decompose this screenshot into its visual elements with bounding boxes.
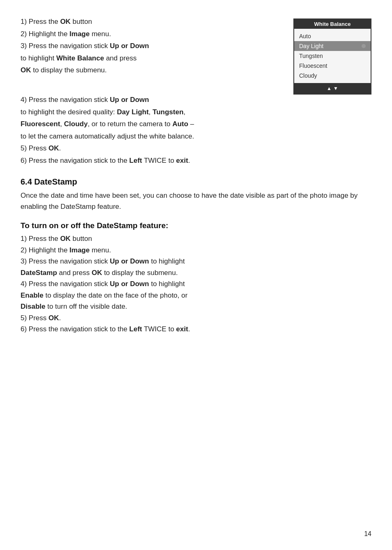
disable-bold: Disable	[21, 303, 45, 310]
menu-items-list: Auto Day Light Tungsten Fluoescent Cloud…	[294, 29, 371, 83]
ok-bold-3: OK	[48, 144, 59, 152]
ds-step-5: 5) Press OK.	[21, 313, 371, 324]
menu-item-auto-label: Auto	[299, 33, 311, 39]
step-1: 1) Press the OK button	[21, 16, 285, 27]
ds-step-4: 4) Press the navigation stick Up or Down…	[21, 279, 371, 289]
ds-step-4c: Disable to turn off the visible date.	[21, 301, 371, 312]
tungsten-bold: Tungsten	[152, 108, 183, 116]
step-3a: 3) Press the navigation stick Up or Down	[21, 41, 285, 51]
menu-item-auto[interactable]: Auto	[294, 31, 371, 41]
menu-title-text: White Balance	[314, 21, 351, 27]
ok-bold-1: OK	[60, 18, 71, 25]
ds-step-2: 2) Highlight the Image menu.	[21, 245, 371, 256]
menu-item-tungsten-label: Tungsten	[299, 53, 323, 59]
step-6: 6) Press the navigation stick to the Lef…	[21, 155, 371, 166]
ds-step-3b: DateStamp and press OK to display the su…	[21, 268, 371, 278]
menu-item-cloudy[interactable]: Cloudy	[294, 71, 371, 81]
image-bold-ds: Image	[69, 246, 90, 254]
updown-bold-1: Up or Down	[110, 42, 149, 50]
ds-step-3: 3) Press the navigation stick Up or Down…	[21, 256, 371, 267]
ds-step-4b: Enable to display the date on the face o…	[21, 290, 371, 301]
step-4c: Fluorescent, Cloudy, or to return the ca…	[21, 119, 371, 129]
left-bold-1: Left	[129, 157, 142, 164]
ds-step-6: 6) Press the navigation stick to the Lef…	[21, 324, 371, 335]
menu-item-daylight[interactable]: Day Light	[294, 41, 371, 51]
enable-bold: Enable	[21, 291, 44, 299]
ok-bold-ds3: OK	[48, 314, 59, 322]
section-64-title: 6.4 DateStamp	[21, 177, 371, 187]
white-balance-menu: White Balance Auto Day Light Tungsten Fl…	[293, 18, 371, 95]
fluorescent-bold: Fluorescent	[21, 120, 60, 128]
page-number: 14	[364, 530, 371, 538]
top-instructions: 1) Press the OK button 2) Highlight the …	[21, 16, 285, 77]
menu-item-cloudy-label: Cloudy	[299, 72, 317, 79]
nav-up-arrow: ▲	[327, 86, 332, 91]
ok-bold-ds1: OK	[60, 235, 71, 243]
menu-item-fluorecent-label: Fluoescent	[299, 62, 327, 69]
datestamp-bold: DateStamp	[21, 269, 57, 277]
auto-bold: Auto	[172, 120, 188, 128]
ok-bold-2: OK	[21, 66, 31, 74]
ds-step-1: 1) Press the OK button	[21, 233, 371, 244]
ok-bold-ds2: OK	[92, 269, 102, 277]
exit-bold-1: exit	[176, 157, 188, 164]
menu-nav-bar: ▲ ▼	[294, 83, 371, 94]
datestamp-steps: 1) Press the OK button 2) Highlight the …	[21, 233, 371, 335]
updown-bold-ds2: Up or Down	[110, 280, 149, 288]
top-section: 1) Press the OK button 2) Highlight the …	[21, 16, 371, 95]
nav-down-arrow: ▼	[333, 86, 338, 91]
daylight-bold: Day Light	[117, 108, 148, 116]
step-3c: OK to display the submenu.	[21, 65, 285, 76]
page: 1) Press the OK button 2) Highlight the …	[0, 0, 392, 550]
wb-bold: White Balance	[56, 54, 104, 62]
updown-bold-ds1: Up or Down	[110, 257, 149, 265]
menu-item-tungsten[interactable]: Tungsten	[294, 51, 371, 61]
menu-item-daylight-label: Day Light	[299, 43, 323, 49]
menu-title: White Balance	[294, 19, 371, 29]
image-bold-1: Image	[69, 30, 90, 38]
step-5: 5) Press OK.	[21, 143, 371, 154]
cloudy-bold: Cloudy	[64, 120, 88, 128]
menu-item-fluorecent[interactable]: Fluoescent	[294, 61, 371, 71]
step-4: 4) Press the navigation stick Up or Down…	[21, 95, 371, 141]
selected-dot	[362, 44, 366, 48]
step-4d: to let the camera automatically adjust t…	[21, 131, 371, 142]
section-64-body: Once the date and time have been set, yo…	[21, 190, 371, 212]
exit-bold-ds: exit	[176, 325, 188, 333]
updown-bold-2: Up or Down	[110, 96, 149, 104]
step-2: 2) Highlight the Image menu.	[21, 29, 285, 39]
datestamp-subsection-title: To turn on or off the DateStamp feature:	[21, 221, 371, 230]
step-4a: 4) Press the navigation stick Up or Down	[21, 95, 371, 105]
step-3b: to highlight White Balance and press	[21, 53, 285, 64]
left-bold-ds: Left	[129, 325, 142, 333]
step-4b: to highlight the desired quality: Day Li…	[21, 107, 371, 118]
